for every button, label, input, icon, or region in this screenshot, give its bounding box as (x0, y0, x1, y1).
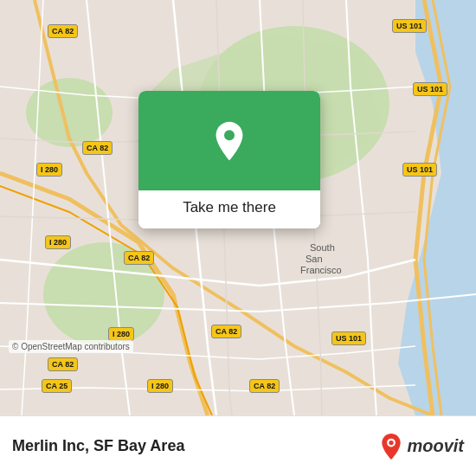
badge-us101-3: US 101 (402, 163, 437, 177)
map-attribution: © OpenStreetMap contributors (9, 340, 133, 353)
badge-ca82-3: CA 82 (124, 251, 154, 265)
moovit-text: moovit (407, 436, 464, 456)
badge-ca82-5: CA 82 (48, 357, 78, 371)
badge-ca82-1: CA 82 (48, 24, 78, 38)
badge-us101-2: US 101 (413, 82, 447, 96)
svg-text:Francisco: Francisco (300, 265, 342, 275)
moovit-pin-icon (379, 433, 403, 460)
location-pin-icon (209, 120, 250, 162)
bottom-bar: Merlin Inc, SF Bay Area moovit (0, 415, 476, 476)
badge-i280-2: I 280 (45, 235, 71, 249)
svg-point-11 (224, 130, 235, 140)
badge-i280-4: I 280 (147, 379, 173, 393)
badge-us101-1: US 101 (392, 19, 427, 33)
svg-text:South: South (310, 242, 335, 253)
badge-ca82-2: CA 82 (82, 141, 113, 155)
svg-text:San: San (306, 254, 323, 264)
badge-i280-3: I 280 (108, 327, 134, 341)
badge-us101-4: US 101 (331, 331, 366, 345)
take-me-there-button[interactable]: Take me there (138, 190, 320, 228)
svg-marker-2 (424, 225, 476, 329)
badge-i280-1: I 280 (36, 163, 62, 177)
svg-point-13 (389, 440, 394, 444)
badge-ca25: CA 25 (42, 379, 72, 393)
badge-ca82-6: CA 82 (249, 379, 280, 393)
popup-green-header (138, 91, 320, 190)
map-container: South San Francisco CA 82 US 101 US 101 … (0, 0, 476, 415)
popup-card: Take me there (138, 91, 320, 228)
place-name: Merlin Inc, SF Bay Area (12, 437, 379, 455)
badge-ca82-4: CA 82 (211, 325, 241, 338)
moovit-logo: moovit (379, 433, 464, 460)
